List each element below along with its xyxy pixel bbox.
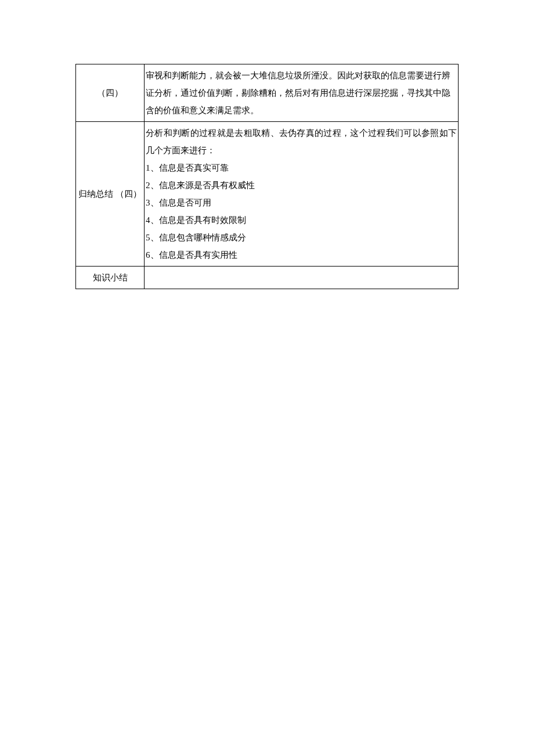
table-row: 归纳总结 （四） 分析和判断的过程就是去粗取精、去伪存真的过程，这个过程我们可以…: [76, 122, 459, 267]
label-text: （四）: [116, 189, 142, 199]
document-page: （四） 审视和判断能力，就会被一大堆信息垃圾所湮没。因此对获取的信息需要进行辨证…: [0, 0, 534, 289]
content-paragraph: 审视和判断能力，就会被一大堆信息垃圾所湮没。因此对获取的信息需要进行辨证分析，通…: [146, 71, 450, 115]
label-text: 归纳总结: [78, 189, 113, 199]
row-content: 分析和判断的过程就是去粗取精、去伪存真的过程，这个过程我们可以参照如下几个方面来…: [145, 122, 459, 267]
label-text: 知识小结: [93, 273, 128, 282]
content-line: 分析和判断的过程就是去粗取精、去伪存真的过程，这个过程我们可以参照如下几个方面来…: [146, 124, 457, 159]
table-row: （四） 审视和判断能力，就会被一大堆信息垃圾所湮没。因此对获取的信息需要进行辨证…: [76, 64, 459, 122]
content-line: 5、信息包含哪种情感成分: [146, 229, 457, 246]
row-content: 审视和判断能力，就会被一大堆信息垃圾所湮没。因此对获取的信息需要进行辨证分析，通…: [145, 64, 459, 122]
content-line: 3、信息是否可用: [146, 194, 457, 211]
lesson-table: （四） 审视和判断能力，就会被一大堆信息垃圾所湮没。因此对获取的信息需要进行辨证…: [75, 64, 459, 289]
table-row: 知识小结: [76, 267, 459, 289]
label-text: （四）: [97, 88, 123, 98]
row-label: 知识小结: [76, 267, 145, 289]
row-content: [145, 267, 459, 289]
content-line: 2、信息来源是否具有权威性: [146, 177, 457, 194]
content-line: 1、信息是否真实可靠: [146, 159, 457, 177]
content-line: 4、信息是否具有时效限制: [146, 211, 457, 229]
content-line: 6、信息是否具有实用性: [146, 246, 457, 264]
row-label: 归纳总结 （四）: [76, 122, 145, 267]
row-label: （四）: [76, 64, 145, 122]
